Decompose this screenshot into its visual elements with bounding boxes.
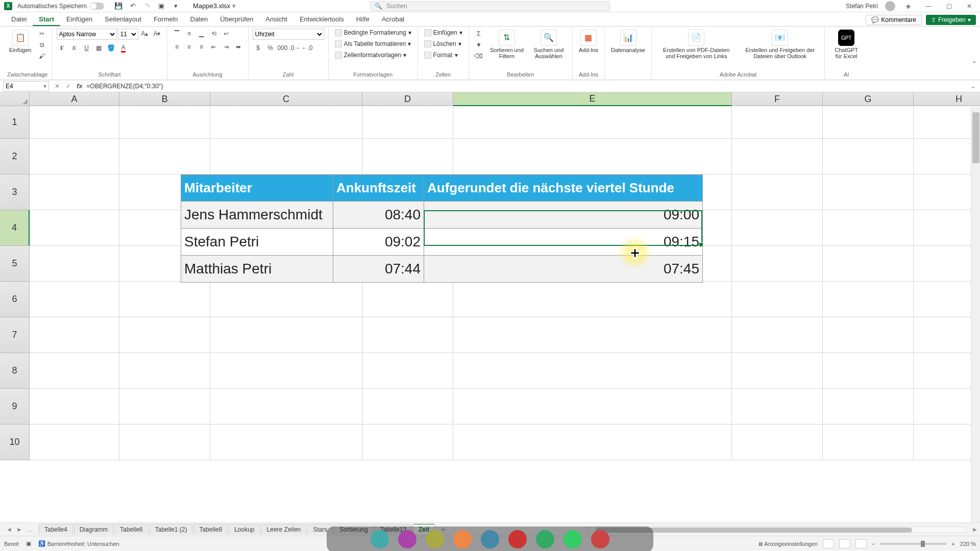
cell-H10[interactable] — [914, 424, 980, 460]
user-name[interactable]: Stefan Petri — [846, 3, 878, 10]
cell-G2[interactable] — [823, 139, 914, 174]
row-header-7[interactable]: 7 — [0, 317, 30, 353]
cell-B7[interactable] — [119, 317, 210, 353]
cell-D2[interactable] — [362, 139, 453, 174]
align-left-icon[interactable]: ≡ — [172, 42, 183, 52]
sheet-tab-lookup[interactable]: Lookup — [229, 524, 260, 535]
shrink-font-icon[interactable]: A▾ — [152, 29, 163, 39]
chatgpt-button[interactable]: GPT ChatGPT für Excel — [829, 29, 864, 60]
align-center-icon[interactable]: ≡ — [184, 42, 195, 52]
comments-button[interactable]: 💬 Kommentare — [866, 15, 922, 25]
cell-F10[interactable] — [732, 424, 823, 460]
cell-B9[interactable] — [119, 389, 210, 424]
taskbar-icon[interactable] — [536, 530, 554, 548]
undo-icon[interactable]: ↶ — [127, 1, 139, 11]
view-page-break-icon[interactable] — [855, 539, 867, 548]
name-box[interactable]: E4 ▾ — [3, 81, 49, 91]
cell-H2[interactable] — [914, 139, 980, 174]
worksheet-grid[interactable]: ABCDEFGH 12345678910 Mitarbeiter Ankunft… — [0, 92, 980, 522]
ribbon-tab-datei[interactable]: Datei — [5, 13, 33, 26]
cell-H3[interactable] — [914, 174, 980, 210]
acrobat-outlook-button[interactable]: 📧 Erstellen und Freigeben der Dateien üb… — [740, 29, 820, 60]
taskbar-icon[interactable] — [453, 530, 472, 548]
cell-A3[interactable] — [30, 174, 119, 210]
cell-G10[interactable] — [823, 424, 914, 460]
sheet-nav-prev-icon[interactable]: ◄ — [4, 526, 14, 533]
ribbon-tab-entwicklertools[interactable]: Entwicklertools — [293, 13, 350, 26]
macro-record-icon[interactable]: ▣ — [26, 540, 31, 547]
currency-icon[interactable]: $ — [253, 43, 264, 53]
data-analysis-button[interactable]: 📊 Datenanalyse — [609, 29, 647, 54]
select-all-corner[interactable] — [0, 92, 30, 106]
align-middle-icon[interactable]: ≡ — [184, 29, 195, 39]
cell-G1[interactable] — [823, 106, 914, 139]
cell-F7[interactable] — [732, 317, 823, 353]
font-size-combo[interactable]: 11 — [118, 29, 138, 40]
ribbon-tab-ansicht[interactable]: Ansicht — [259, 13, 293, 26]
cut-icon[interactable]: ✂ — [36, 29, 47, 39]
autosave-toggle[interactable] — [90, 3, 104, 10]
cell-C9[interactable] — [210, 389, 362, 424]
zoom-out-icon[interactable]: − — [872, 541, 875, 547]
minimize-icon[interactable]: — — [921, 1, 936, 11]
ribbon-tab-acrobat[interactable]: Acrobat — [376, 13, 411, 26]
cell-H4[interactable] — [914, 210, 980, 246]
sheet-tab-tabelle6[interactable]: Tabelle6 — [114, 524, 149, 535]
cancel-formula-icon[interactable]: ✕ — [52, 83, 62, 90]
cell-B1[interactable] — [119, 106, 210, 139]
vertical-scrollbar[interactable] — [971, 107, 980, 522]
cell-G5[interactable] — [823, 246, 914, 282]
ribbon-tab-start[interactable]: Start — [33, 13, 60, 26]
filename-dropdown-icon[interactable]: ▾ — [232, 2, 236, 10]
cell-E7[interactable] — [453, 317, 732, 353]
merge-icon[interactable]: ⬌ — [233, 42, 244, 52]
paste-button[interactable]: 📋 Einfügen — [7, 29, 33, 54]
cell-F5[interactable] — [732, 246, 823, 282]
sheet-tab-diagramm[interactable]: Diagramm — [74, 524, 113, 535]
cell-A2[interactable] — [30, 139, 119, 174]
cell-G4[interactable] — [823, 210, 914, 246]
sheet-tab-tabelle4[interactable]: Tabelle4 — [39, 524, 73, 535]
underline-icon[interactable]: U — [81, 43, 92, 53]
cell-C6[interactable] — [210, 282, 362, 317]
table-header-name[interactable]: Mitarbeiter — [181, 175, 333, 202]
find-select-button[interactable]: 🔍 Suchen und Auswählen — [529, 29, 568, 60]
taskbar-icon[interactable] — [426, 530, 444, 548]
row-header-1[interactable]: 1 — [0, 106, 30, 139]
taskbar-icon[interactable] — [508, 530, 527, 548]
fx-icon[interactable]: fx — [77, 82, 83, 90]
row-header-2[interactable]: 2 — [0, 139, 30, 174]
table-header-time[interactable]: Ankunftszeit — [333, 175, 424, 202]
ribbon-tab-hilfe[interactable]: Hilfe — [350, 13, 376, 26]
row-header-6[interactable]: 6 — [0, 282, 30, 317]
cell-name[interactable]: Matthias Petri — [181, 256, 333, 283]
cell-A1[interactable] — [30, 106, 119, 139]
row-header-5[interactable]: 5 — [0, 246, 30, 282]
enter-formula-icon[interactable]: ✓ — [63, 83, 74, 90]
cell-F9[interactable] — [732, 389, 823, 424]
cell-C8[interactable] — [210, 353, 362, 389]
accessibility-status[interactable]: ♿ Barrierefreiheit: Untersuchen — [38, 540, 119, 547]
zoom-level[interactable]: 220 % — [960, 541, 976, 547]
cell-D1[interactable] — [362, 106, 453, 139]
align-top-icon[interactable]: ▔ — [172, 29, 183, 39]
cell-name[interactable]: Stefan Petri — [181, 229, 333, 256]
acrobat-link-button[interactable]: 📄 Erstellen von PDF-Dateien und Freigebe… — [656, 29, 737, 60]
sheet-tab-leere-zeilen[interactable]: Leere Zeilen — [261, 524, 307, 535]
cell-G7[interactable] — [823, 317, 914, 353]
zoom-slider[interactable] — [880, 543, 946, 545]
fill-color-icon[interactable]: 🪣 — [106, 43, 117, 53]
expand-formula-bar-icon[interactable]: ⌄ — [970, 82, 976, 90]
cell-G8[interactable] — [823, 353, 914, 389]
sort-filter-button[interactable]: ⇅ Sortieren und Filtern — [487, 29, 526, 60]
taskbar-icon[interactable] — [371, 530, 389, 548]
cell-F4[interactable] — [732, 210, 823, 246]
format-as-table-button[interactable]: Als Tabelle formatieren▾ — [333, 40, 413, 48]
cell-F2[interactable] — [732, 139, 823, 174]
cell-D9[interactable] — [362, 389, 453, 424]
font-color-icon[interactable]: A — [118, 43, 129, 53]
cell-G9[interactable] — [823, 389, 914, 424]
thousands-icon[interactable]: 000 — [277, 43, 288, 53]
taskbar-icon[interactable] — [564, 530, 582, 548]
autosum-icon[interactable]: Σ — [473, 29, 484, 39]
